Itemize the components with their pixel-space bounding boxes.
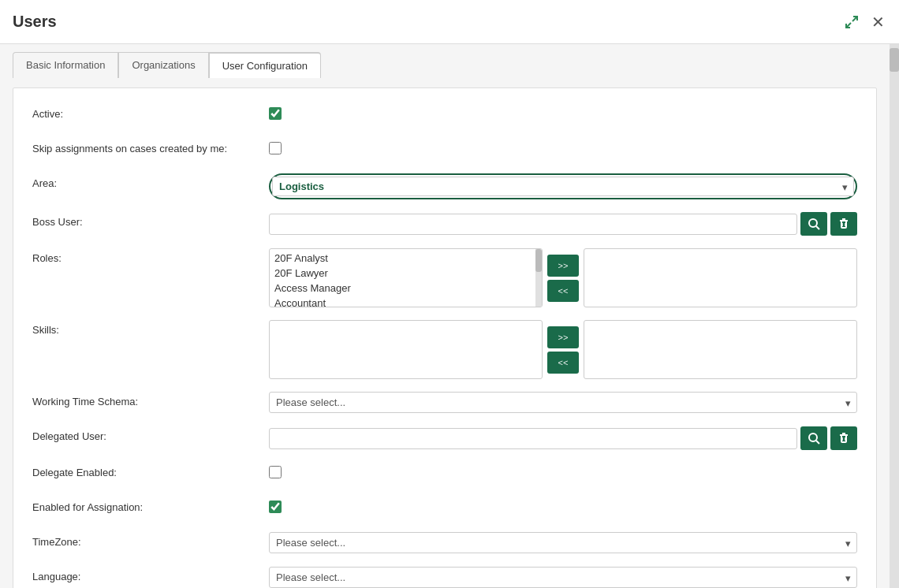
roles-available-list: 20F Analyst 20F Lawyer Access Manager Ac…: [269, 248, 543, 307]
language-control: Please select...: [269, 567, 857, 588]
scrollbar-track: [535, 249, 542, 307]
delegate-enabled-control: [269, 463, 857, 481]
roles-add-button[interactable]: >>: [547, 255, 579, 277]
active-label: Active:: [32, 104, 269, 120]
header-icons: ✕: [843, 11, 886, 33]
close-icon: ✕: [871, 13, 885, 32]
svg-line-3: [816, 226, 819, 229]
delegated-user-delete-button[interactable]: [830, 426, 857, 450]
enabled-assignation-label: Enabled for Assignation:: [32, 497, 269, 513]
enabled-assignation-checkbox[interactable]: [269, 501, 282, 513]
enabled-assignation-row: Enabled for Assignation:: [32, 497, 857, 519]
delegated-user-input[interactable]: [269, 428, 797, 449]
list-item[interactable]: Access Manager: [270, 281, 542, 296]
boss-user-control: [269, 212, 857, 236]
timezone-row: TimeZone: Please select...: [32, 532, 857, 554]
area-label: Area:: [32, 173, 269, 189]
area-control: Logistics ▾: [269, 173, 857, 199]
language-row: Language: Please select...: [32, 567, 857, 588]
modal-body: Basic Information Organizations User Con…: [0, 44, 899, 588]
svg-point-2: [809, 219, 817, 227]
skip-assignments-label: Skip assignments on cases created by me:: [32, 139, 269, 154]
language-select[interactable]: Please select...: [269, 567, 857, 588]
boss-user-input[interactable]: [269, 214, 797, 235]
delegated-user-search-button[interactable]: [800, 426, 827, 450]
boss-user-input-group: [269, 212, 857, 236]
scrollbar-thumb: [535, 249, 542, 272]
delete-icon: [837, 432, 850, 445]
delegate-enabled-checkbox[interactable]: [269, 466, 282, 478]
main-scrollbar[interactable]: [890, 44, 899, 588]
active-control: [269, 104, 857, 122]
working-time-control: Please select...: [269, 392, 857, 413]
timezone-control: Please select...: [269, 532, 857, 553]
skills-add-button[interactable]: >>: [547, 326, 579, 348]
area-select-wrapper: Logistics ▾: [269, 173, 857, 199]
modal-header: Users ✕: [0, 0, 899, 44]
area-row: Area: Logistics ▾: [32, 173, 857, 199]
form-panel: Active: Skip assignments on cases create…: [13, 87, 877, 588]
skills-label: Skills:: [32, 320, 269, 336]
modal-title: Users: [13, 13, 57, 31]
skills-selected-list: [584, 320, 857, 379]
boss-user-label: Boss User:: [32, 212, 269, 228]
delete-icon: [837, 218, 850, 230]
skip-assignments-control: [269, 139, 857, 157]
skills-row: Skills: >> <<: [32, 320, 857, 379]
close-button[interactable]: ✕: [870, 11, 886, 33]
delegate-enabled-label: Delegate Enabled:: [32, 463, 269, 478]
search-icon: [808, 218, 820, 230]
svg-point-7: [809, 434, 817, 441]
boss-user-delete-button[interactable]: [830, 212, 857, 236]
skills-control: >> <<: [269, 320, 857, 379]
working-time-select-wrapper: Please select...: [269, 392, 857, 413]
list-item[interactable]: 20F Lawyer: [270, 266, 542, 281]
language-label: Language:: [32, 567, 269, 582]
roles-selected-list: [584, 248, 857, 307]
delegated-user-label: Delegated User:: [32, 426, 269, 442]
roles-dual-list: 20F Analyst 20F Lawyer Access Manager Ac…: [269, 248, 857, 307]
area-select[interactable]: Logistics: [272, 177, 854, 196]
enabled-assignation-control: [269, 497, 857, 515]
language-select-wrapper: Please select...: [269, 567, 857, 588]
boss-user-search-button[interactable]: [800, 212, 827, 236]
delegated-user-row: Delegated User:: [32, 426, 857, 450]
tab-user-configuration[interactable]: User Configuration: [209, 52, 321, 78]
delegated-user-control: [269, 426, 857, 450]
roles-control: 20F Analyst 20F Lawyer Access Manager Ac…: [269, 248, 857, 307]
expand-icon: [845, 15, 859, 29]
roles-row: Roles: 20F Analyst 20F Lawyer Access Man…: [32, 248, 857, 307]
scrollbar-thumb: [890, 48, 899, 72]
working-time-select[interactable]: Please select...: [269, 392, 857, 413]
working-time-row: Working Time Schema: Please select...: [32, 392, 857, 414]
svg-line-8: [816, 441, 819, 444]
modal-window: Users ✕ Basic Information: [0, 0, 899, 588]
timezone-label: TimeZone:: [32, 532, 269, 548]
list-item[interactable]: 20F Analyst: [270, 251, 542, 266]
skills-dual-list: >> <<: [269, 320, 857, 379]
skills-remove-button[interactable]: <<: [547, 352, 579, 374]
tabs-container: Basic Information Organizations User Con…: [13, 52, 877, 78]
roles-label: Roles:: [32, 248, 269, 264]
list-item[interactable]: Accountant: [270, 296, 542, 307]
timezone-select[interactable]: Please select...: [269, 532, 857, 553]
skip-assignments-row: Skip assignments on cases created by me:: [32, 139, 857, 161]
tab-basic-information[interactable]: Basic Information: [13, 52, 118, 78]
working-time-label: Working Time Schema:: [32, 392, 269, 408]
search-icon: [808, 432, 820, 445]
roles-remove-button[interactable]: <<: [547, 280, 579, 302]
boss-user-row: Boss User:: [32, 212, 857, 236]
skills-available-list: [269, 320, 543, 379]
roles-transfer-buttons: >> <<: [547, 255, 579, 302]
main-content: Basic Information Organizations User Con…: [0, 44, 890, 588]
tab-organizations[interactable]: Organizations: [118, 52, 208, 78]
skills-transfer-buttons: >> <<: [547, 326, 579, 374]
expand-button[interactable]: [843, 13, 860, 31]
delegated-user-input-group: [269, 426, 857, 450]
skip-assignments-checkbox[interactable]: [269, 142, 282, 154]
active-row: Active:: [32, 104, 857, 126]
timezone-select-wrapper: Please select...: [269, 532, 857, 553]
active-checkbox[interactable]: [269, 107, 282, 120]
delegate-enabled-row: Delegate Enabled:: [32, 463, 857, 485]
